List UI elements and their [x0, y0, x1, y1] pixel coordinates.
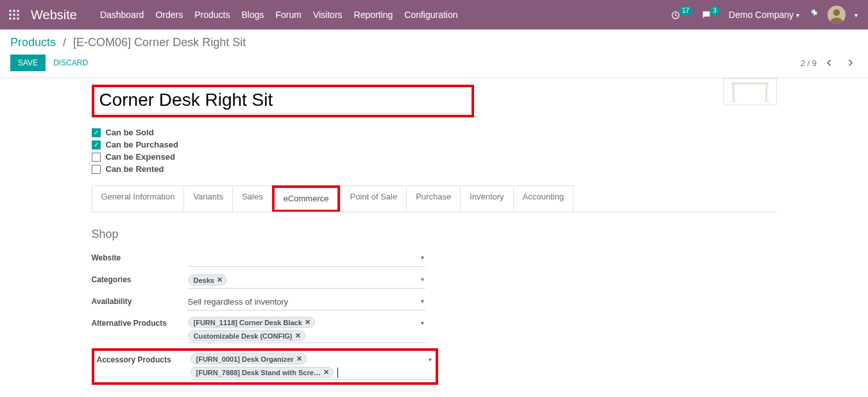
acc-product-tag[interactable]: [FURN_7888] Desk Stand with Scre… ✕	[191, 367, 334, 378]
company-switcher[interactable]: Demo Company ▾	[729, 10, 799, 20]
acc-product-tag[interactable]: [FURN_0001] Desk Organizer ✕	[191, 353, 307, 364]
menu-orders[interactable]: Orders	[155, 10, 183, 20]
acc-product-tag-label: [FURN_0001] Desk Organizer	[196, 355, 294, 363]
tab-pos[interactable]: Point of Sale	[340, 185, 407, 212]
dropdown-caret-icon: ▾	[421, 276, 424, 283]
svg-rect-5	[17, 14, 19, 16]
website-field[interactable]: ▾	[188, 250, 425, 267]
pager: 2 / 9	[801, 55, 858, 71]
svg-rect-1	[13, 10, 15, 12]
category-tag[interactable]: Desks ✕	[188, 275, 227, 285]
menu-forum[interactable]: Forum	[275, 10, 301, 20]
breadcrumb-sep: /	[63, 36, 66, 49]
can-be-rented-checkbox[interactable]	[92, 165, 101, 174]
apps-icon[interactable]	[5, 6, 23, 24]
alt-product-tag[interactable]: Customizable Desk (CONFIG) ✕	[188, 330, 305, 341]
section-title-shop: Shop	[92, 228, 777, 241]
alt-product-tag-label: Customizable Desk (CONFIG)	[194, 332, 293, 340]
tag-remove-icon[interactable]: ✕	[295, 332, 301, 340]
breadcrumb: Products / [E-COM06] Corner Desk Right S…	[10, 36, 858, 49]
save-button[interactable]: SAVE	[10, 55, 46, 71]
pager-text: 2 / 9	[801, 58, 817, 68]
tab-ecommerce[interactable]: eCommerce	[275, 188, 338, 209]
menu-blogs[interactable]: Blogs	[241, 10, 264, 20]
tab-general[interactable]: General Information	[92, 185, 185, 212]
can-be-sold-label: Can be Sold	[106, 128, 154, 137]
menu-configuration[interactable]: Configuration	[404, 10, 457, 20]
accessory-highlight: Accessory Products [FURN_0001] Desk Orga…	[92, 348, 438, 385]
category-tag-label: Desks	[194, 276, 214, 284]
chat-badge[interactable]: 3	[701, 10, 720, 20]
svg-rect-0	[10, 10, 12, 12]
discard-button[interactable]: DISCARD	[53, 58, 88, 67]
svg-rect-16	[763, 101, 769, 103]
tag-remove-icon[interactable]: ✕	[323, 368, 329, 376]
chevron-down-icon: ▾	[796, 12, 799, 19]
svg-rect-12	[731, 82, 768, 84]
pager-prev-icon[interactable]	[822, 55, 837, 71]
svg-rect-2	[17, 10, 19, 12]
shop-form: Website ▾ Categories Desks ✕ ▾ Availabil…	[92, 248, 425, 346]
top-navbar: Website Dashboard Orders Products Blogs …	[0, 0, 868, 30]
dropdown-caret-icon: ▾	[421, 298, 424, 305]
debug-icon[interactable]	[808, 9, 819, 21]
navbar-right: 17 3 Demo Company ▾ ▾	[670, 6, 858, 24]
pager-next-icon[interactable]	[842, 55, 858, 71]
control-bar: Products / [E-COM06] Corner Desk Right S…	[0, 30, 868, 78]
acc-products-field[interactable]: [FURN_0001] Desk Organizer ✕ [FURN_7888]…	[191, 352, 433, 380]
availability-label: Availability	[92, 294, 188, 306]
can-be-sold-checkbox[interactable]	[92, 128, 101, 137]
tag-remove-icon[interactable]: ✕	[217, 276, 223, 284]
tab-accounting[interactable]: Accounting	[513, 185, 574, 212]
dropdown-caret-icon: ▾	[421, 254, 424, 261]
svg-rect-4	[13, 14, 15, 16]
svg-rect-14	[765, 85, 767, 101]
can-be-rented-label: Can be Rented	[106, 164, 164, 174]
flag-list: Can be Sold Can be Purchased Can be Expe…	[92, 128, 777, 174]
acc-product-tag-label: [FURN_7888] Desk Stand with Scre…	[196, 369, 321, 376]
product-name-input[interactable]	[97, 89, 469, 114]
can-be-expensed-label: Can be Expensed	[106, 152, 175, 162]
user-avatar[interactable]	[828, 6, 846, 24]
menu-reporting[interactable]: Reporting	[354, 10, 393, 20]
can-be-expensed-checkbox[interactable]	[92, 153, 101, 162]
tab-sales[interactable]: Sales	[232, 185, 273, 212]
tab-bar: General Information Variants Sales eComm…	[92, 185, 777, 212]
categories-label: Categories	[92, 272, 188, 284]
svg-rect-3	[10, 14, 12, 16]
availability-field[interactable]: Sell regardless of inventory ▾	[188, 294, 425, 310]
alt-product-tag-label: [FURN_1118] Corner Desk Black	[194, 319, 302, 326]
can-be-purchased-checkbox[interactable]	[92, 140, 101, 149]
acc-products-label: Accessory Products	[97, 352, 191, 364]
tab-purchase[interactable]: Purchase	[406, 185, 461, 212]
tag-remove-icon[interactable]: ✕	[296, 355, 302, 363]
title-highlight	[92, 85, 474, 117]
svg-rect-7	[13, 18, 15, 20]
text-cursor	[337, 367, 338, 378]
tab-inventory[interactable]: Inventory	[460, 185, 513, 212]
breadcrumb-root[interactable]: Products	[10, 36, 56, 49]
availability-value: Sell regardless of inventory	[188, 297, 289, 307]
tab-variants[interactable]: Variants	[183, 185, 233, 212]
categories-field[interactable]: Desks ✕ ▾	[188, 272, 425, 289]
form-sheet: Can be Sold Can be Purchased Can be Expe…	[81, 78, 787, 397]
dropdown-caret-icon: ▾	[429, 356, 432, 363]
svg-rect-13	[732, 85, 734, 101]
website-label: Website	[92, 250, 188, 262]
tag-remove-icon[interactable]: ✕	[305, 318, 311, 326]
svg-rect-8	[17, 18, 19, 20]
product-image[interactable]	[723, 78, 777, 105]
menu-dashboard[interactable]: Dashboard	[100, 10, 144, 20]
tab-ecommerce-highlight: eCommerce	[272, 185, 341, 212]
chat-count: 3	[710, 6, 720, 15]
alt-product-tag[interactable]: [FURN_1118] Corner Desk Black ✕	[188, 317, 315, 328]
svg-point-11	[833, 9, 840, 16]
alt-products-field[interactable]: [FURN_1118] Corner Desk Black ✕ Customiz…	[188, 316, 425, 343]
menu-visitors[interactable]: Visitors	[313, 10, 343, 20]
menu-products[interactable]: Products	[194, 10, 230, 20]
alt-products-label: Alternative Products	[92, 316, 188, 328]
svg-rect-6	[10, 18, 12, 20]
brand[interactable]: Website	[31, 8, 77, 22]
user-caret-icon[interactable]: ▾	[855, 12, 858, 19]
timer-badge[interactable]: 17	[670, 10, 692, 20]
